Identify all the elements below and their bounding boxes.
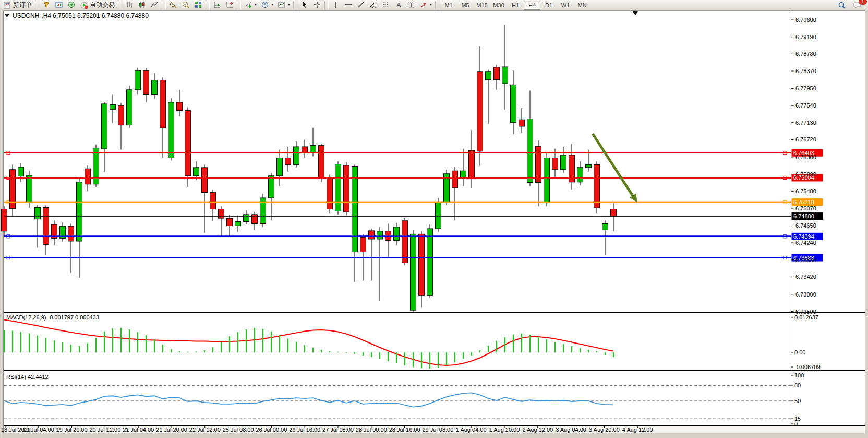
candle [185,111,191,176]
macd-axis-label: -0.006709 [794,364,821,370]
candle [194,168,199,176]
navigator-icon [67,1,76,9]
toolbar-separator [118,1,122,9]
candle [43,207,49,244]
cursor-button[interactable] [298,0,311,10]
time-axis-label: 20 Jul 12:00 [89,427,120,433]
indicators-button[interactable]: ▾ [242,0,259,10]
fibonacci-button[interactable]: F [380,0,392,10]
candle [344,165,349,212]
chevron-down-icon: ▾ [255,2,257,7]
notifications-button[interactable]: 1 [851,0,864,10]
candle [402,221,408,263]
crosshair-icon [313,1,321,9]
chevron-down-icon: ▾ [271,2,273,7]
timeframe-button-h4[interactable]: H4 [524,1,540,10]
rsi-axis-label: 0 [794,421,798,427]
macd-axis-label: 0.012637 [794,314,818,321]
candle [327,178,333,209]
timeframe-button-m1[interactable]: M1 [440,1,457,10]
price-axis-label: 6.75480 [795,188,816,194]
candle [302,147,308,153]
timeframe-button-m30[interactable]: M30 [490,1,507,10]
timeframe-button-h1[interactable]: H1 [507,1,524,10]
candle [394,227,400,240]
timeframe-button-m5[interactable]: M5 [457,1,474,10]
auto-scroll-button[interactable] [211,0,223,10]
channel-button[interactable]: E [367,0,380,10]
candle [168,102,174,158]
navigator-button[interactable] [65,0,78,10]
candle [594,164,600,208]
price-axis-label: 6.78780 [795,51,816,57]
candle [35,207,41,219]
candlestick-chart-button[interactable] [136,0,148,10]
notification-badge: 1 [859,0,867,5]
zoom-out-button[interactable] [179,0,192,10]
candle [602,223,608,230]
candle [411,234,416,310]
price-axis-label: 6.77540 [795,102,816,109]
time-axis-label: 3 Aug 04:00 [556,427,586,433]
market-watch-button[interactable] [53,0,65,10]
candle [377,231,383,239]
bar-chart-button[interactable] [123,0,136,10]
autotrade-label: 自动交易 [90,1,115,9]
time-axis-label: 4 Aug 12:00 [622,427,653,433]
toolbar-group-scroll [211,0,236,11]
timeframe-button-w1[interactable]: W1 [557,1,574,10]
time-axis-label: 26 Jul 00:00 [256,427,287,433]
text-label-icon: T [407,1,415,9]
crosshair-button[interactable] [311,0,323,10]
tile-windows-button[interactable] [192,0,204,10]
text-button[interactable]: A [392,0,405,10]
candle [536,146,541,182]
timeframe-button-d1[interactable]: D1 [540,1,557,10]
timeframe-button-mn[interactable]: MN [574,1,590,10]
time-axis-label: 28 Jul 16:00 [389,427,420,433]
chevron-down-icon: ▾ [288,2,290,7]
line-chart-button[interactable] [148,0,161,10]
price-axis-label: 6.73420 [795,274,816,280]
chart-shift-button[interactable] [223,0,236,10]
chart-window[interactable]: 6.764036.758046.752186.743946.738836.748… [0,10,868,438]
price-axis-label: 6.78370 [795,68,816,74]
toolbar-group-objects: EFAT▾ [330,0,434,11]
autotrade-button[interactable]: 自动交易 [78,0,117,10]
new-order-label: 新订单 [13,1,32,9]
market-watch-icon [55,1,63,9]
text-label-button[interactable]: T [405,0,417,10]
new-order-button[interactable]: 新订单 [1,0,34,10]
candle [219,209,224,219]
templates-button[interactable]: ▾ [275,0,292,10]
candle [202,168,208,193]
vertical-line-button[interactable] [330,0,342,10]
toolbar-separator [293,1,297,9]
funnel-button[interactable] [40,0,53,10]
candle [611,209,617,217]
toolbar-separator [162,1,166,9]
zoom-in-button[interactable] [167,0,179,10]
trendline-button[interactable] [355,0,367,10]
periods-button[interactable]: ▾ [259,0,275,10]
candle [27,175,32,202]
arrows-icon [419,1,428,9]
search-button[interactable] [836,0,848,10]
time-axis-label: 21 Jul 04:00 [123,427,154,433]
price-axis-label: 6.74240 [795,240,816,246]
candle [110,105,116,110]
horizontal-line-button[interactable] [342,0,355,10]
chart-canvas[interactable]: 6.764036.758046.752186.743946.738836.748… [0,10,868,438]
toolbar-separator [435,1,439,9]
candle [419,234,425,295]
arrows-button[interactable]: ▾ [417,0,434,10]
candle [502,67,508,84]
price-axis-label: 6.79600 [795,17,816,23]
chart-symbol-title[interactable]: USDCNH-,H4 6.75051 6.75201 6.74880 6.748… [13,12,149,19]
price-axis-label: 6.76720 [795,136,816,143]
candle [335,164,341,211]
timeframe-button-m15[interactable]: M15 [474,1,490,10]
horizontal-line-icon [344,1,353,9]
toolbar-group-chart-type [123,0,161,11]
svg-text:F: F [388,5,390,8]
